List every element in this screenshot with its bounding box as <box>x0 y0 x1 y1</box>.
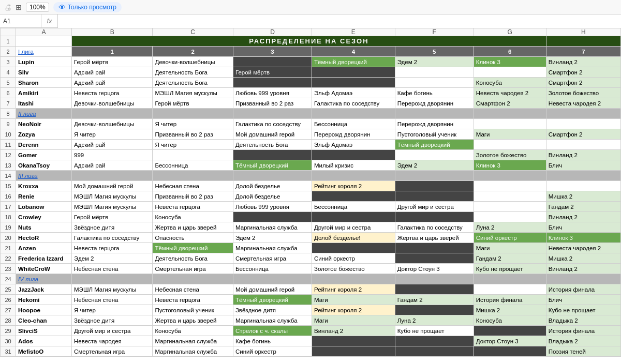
col-header-d[interactable]: D <box>233 28 312 36</box>
grid-icon[interactable]: ⊞ <box>16 3 22 11</box>
table-row: 18 Crowley Герой мёртв Коносуба Винланд … <box>1 212 621 222</box>
table-row: 5 Sharon Адский рай Деятельность Бога Ко… <box>1 78 621 88</box>
league-row: 8 II лига <box>1 109 621 119</box>
col-header-c[interactable]: C <box>153 28 233 36</box>
spreadsheet-table: A B C D E F G H 1 РАСПРЕДЕЛЕНИЕ НА СЕЗОН… <box>0 28 621 357</box>
col-header-a[interactable]: A <box>16 28 72 36</box>
table-row: 20 HectoR Галактика по соседству Опаснос… <box>1 233 621 243</box>
col-header-g[interactable]: G <box>474 28 546 36</box>
table-row: 6 Amikiri Невеста герцога МЭШЛ Магия мус… <box>1 88 621 98</box>
table-row: 19 Nuts Звёздное дитя Жертва и царь звер… <box>1 222 621 233</box>
table-row: 17 Lobanow МЭШЛ Магия мускулы Невеста ге… <box>1 202 621 212</box>
table-row: 23 WhiteCroW Небесная стена Смертельная … <box>1 264 621 274</box>
toolbar: 🖨 ⊞ 100% 👁 Только просмотр <box>0 0 621 14</box>
table-row: 1 РАСПРЕДЕЛЕНИЕ НА СЕЗОН <box>1 36 621 47</box>
table-row: 21 Anzen Невеста герцога Тёмный дворецки… <box>1 243 621 253</box>
col-header-e[interactable]: E <box>312 28 395 36</box>
table-row: 30 Ados Невеста чародея Маргинальная слу… <box>1 336 621 346</box>
formula-input[interactable] <box>58 14 621 28</box>
table-row: 4 Silv Адский рай Деятельность Бога Геро… <box>1 67 621 78</box>
col-header-b[interactable]: B <box>72 28 153 36</box>
league-row: 14 III лига <box>1 171 621 181</box>
cell-reference[interactable]: A1 <box>0 14 41 28</box>
table-row: 16 Renie МЭШЛ Магия мускулы Призванный в… <box>1 191 621 202</box>
table-row: 27 Hoopoe Я читер Пустоголовый ученик Зв… <box>1 305 621 315</box>
table-row: 22 Frederica Izzard Эдем 2 Деятельность … <box>1 253 621 264</box>
table-row: 15 Kroxxa Мой домашний герой Небесная ст… <box>1 181 621 191</box>
league-row: 24 IV лига <box>1 274 621 284</box>
table-row: 11 Derenn Адский рай Я читер Деятельност… <box>1 140 621 150</box>
title-cell: РАСПРЕДЕЛЕНИЕ НА СЕЗОН <box>72 36 546 47</box>
table-row: 28 Cleo-chan Звёздное дитя Жертва и царь… <box>1 315 621 326</box>
table-row: 10 Zozya Я читер Призванный во 2 раз Мой… <box>1 129 621 140</box>
print-icon[interactable]: 🖨 <box>4 3 11 11</box>
spreadsheet-container[interactable]: A B C D E F G H 1 РАСПРЕДЕЛЕНИЕ НА СЕЗОН… <box>0 28 621 364</box>
col-header-f[interactable]: F <box>395 28 474 36</box>
table-row: 13 OkanaTsoy Адский рай Бессонница Тёмны… <box>1 160 621 171</box>
formula-bar: A1 fx <box>0 14 621 28</box>
view-only-badge: 👁 Только просмотр <box>53 2 122 12</box>
table-row: 9 NeoNoir Девочки-волшебницы Я читер Гал… <box>1 119 621 129</box>
table-row: 7 Itashi Девочки-волшебницы Герой мёртв … <box>1 98 621 109</box>
table-row: 3 Lupin Герой мёртв Девочки-волшебницы Т… <box>1 57 621 67</box>
col-header-h[interactable]: H <box>546 28 620 36</box>
table-row: 12 Gomer 999 Золотое божество Винланд 2 <box>1 150 621 160</box>
view-only-label: Только просмотр <box>68 4 116 11</box>
zoom-value: 100% <box>29 4 46 11</box>
table-row: 2 I лига 1 2 3 4 5 6 7 <box>1 47 621 57</box>
table-row: 31 MefistoO Смертельная игра Маргинальна… <box>1 346 621 357</box>
col-header-row: A B C D E F G H <box>1 28 621 36</box>
table-row: 25 JazzJack МЭШЛ Магия мускулы Небесная … <box>1 284 621 295</box>
zoom-control[interactable]: 100% <box>26 3 49 12</box>
table-row: 26 Hekomi Небесная стена Невеста герцога… <box>1 295 621 305</box>
col-header-row-num <box>1 28 16 36</box>
fx-label: fx <box>41 14 58 28</box>
table-row: 29 SlivciS Другой мир и сестра Коносуба … <box>1 326 621 336</box>
